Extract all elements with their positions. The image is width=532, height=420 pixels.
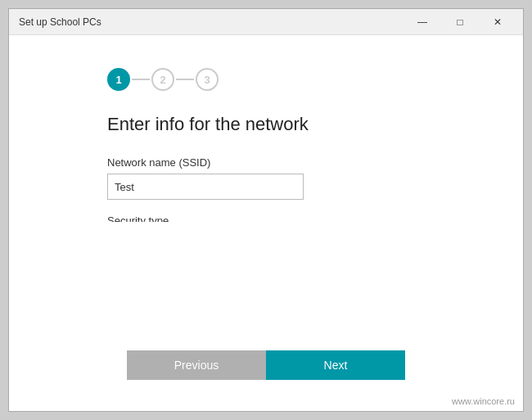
minimize-button[interactable]: — [404, 9, 441, 35]
network-name-label: Network name (SSID) [107, 156, 425, 169]
main-content: 1 2 3 Enter info for the network Network… [9, 35, 523, 222]
window-title: Set up School PCs [19, 16, 101, 28]
close-button[interactable]: ✕ [479, 9, 516, 35]
step-1: 1 [107, 68, 130, 91]
buttons-section: Previous Next [9, 350, 523, 396]
network-name-group: Network name (SSID) [107, 156, 425, 200]
step-indicator: 1 2 3 [107, 68, 425, 91]
step-line-1 [132, 79, 150, 80]
window-controls: — □ ✕ [404, 9, 516, 35]
step-line-2 [176, 79, 194, 80]
page-title: Enter info for the network [107, 114, 425, 135]
bottom-spacer [9, 222, 523, 351]
step-2: 2 [151, 68, 174, 91]
previous-button[interactable]: Previous [127, 350, 266, 380]
app-window: Set up School PCs — □ ✕ 1 2 3 Enter info… [8, 8, 524, 412]
step-3: 3 [196, 68, 219, 91]
security-type-group: Security type Open WPA-PSK WPA2-PSK ⌄ [107, 215, 425, 222]
watermark: www.wincore.ru [9, 396, 523, 411]
maximize-button[interactable]: □ [441, 9, 479, 35]
title-bar: Set up School PCs — □ ✕ [9, 9, 523, 35]
security-type-label: Security type [107, 215, 425, 222]
network-name-input[interactable] [107, 174, 304, 200]
next-button[interactable]: Next [266, 350, 405, 380]
